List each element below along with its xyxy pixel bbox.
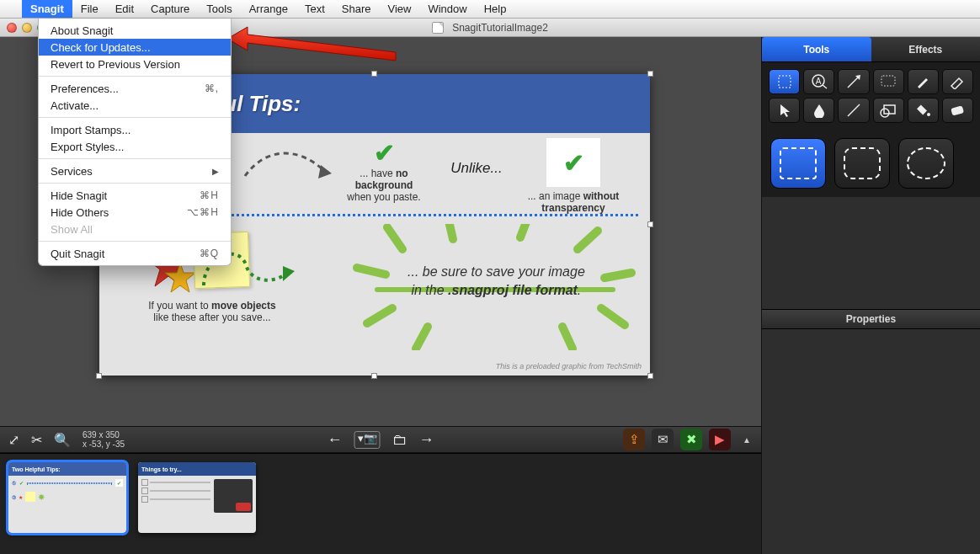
menu-label: Services [51, 165, 93, 178]
menu-preferences[interactable]: Preferences...⌘, [39, 80, 231, 97]
menu-label: Import Stamps... [51, 124, 130, 136]
menu-shortcut: ⌘, [205, 83, 219, 94]
tab-effects[interactable]: Effects [871, 37, 981, 61]
tip1-text: when you paste. [333, 191, 434, 203]
prev-button[interactable]: ← [328, 431, 343, 449]
menubar-item-text[interactable]: Text [296, 0, 333, 18]
menu-label: Activate... [51, 99, 99, 112]
menu-export-styles[interactable]: Export Styles... [39, 138, 231, 155]
menu-label: Revert to Previous Version [51, 58, 180, 71]
svg-line-14 [601, 308, 625, 325]
thumbnail-title: Two Helpful Tips: [8, 462, 126, 476]
document-icon [432, 22, 444, 34]
tip2-text: like these after you save... [120, 312, 305, 323]
menu-shortcut: ⌥⌘H [187, 206, 219, 218]
svg-line-8 [520, 224, 529, 237]
svg-rect-16 [779, 76, 791, 88]
menubar-item-snagit[interactable]: Snagit [22, 0, 72, 18]
shape-preset-roundrect[interactable] [834, 138, 890, 189]
svg-marker-4 [283, 266, 295, 281]
menubar-item-help[interactable]: Help [476, 0, 515, 18]
svg-line-12 [416, 327, 428, 349]
next-button[interactable]: → [419, 431, 434, 449]
menubar-item-share[interactable]: Share [333, 0, 380, 18]
tool-line[interactable] [838, 98, 869, 123]
svg-rect-27 [951, 105, 965, 115]
share-mail-icon[interactable]: ✉ [652, 429, 674, 450]
canvas-footer-note: This is a preloaded graphic from TechSmi… [496, 362, 642, 370]
tip2-right-text: ... be sure to save your image in the .s… [407, 263, 585, 299]
menu-label: Export Styles... [51, 141, 124, 153]
tool-callout[interactable]: A [803, 69, 834, 94]
svg-point-26 [927, 113, 930, 116]
resize-tool-icon[interactable]: ⤢ [8, 432, 19, 448]
menu-label: Preferences... [51, 83, 119, 95]
menu-check-for-updates[interactable]: Check for Updates... [39, 39, 231, 56]
tool-fill[interactable] [908, 98, 939, 123]
menu-about-snagit[interactable]: About Snagit [39, 22, 231, 39]
svg-line-19 [848, 77, 858, 88]
shape-preset-row [762, 130, 980, 197]
tool-selection[interactable] [769, 69, 800, 94]
capture-button[interactable]: ▾📷 [354, 431, 381, 449]
menubar-item-view[interactable]: View [380, 0, 420, 18]
svg-text:A: A [815, 77, 821, 86]
tray-toggle-icon[interactable]: ▲ [743, 435, 751, 445]
svg-marker-22 [780, 104, 790, 117]
thumbnail-item[interactable]: Things to try... [138, 462, 256, 533]
tool-arrow[interactable] [838, 69, 869, 94]
submenu-arrow-icon: ▶ [212, 167, 219, 176]
unlike-text: Unlike... [450, 160, 502, 176]
menu-services[interactable]: Services▶ [39, 162, 231, 179]
svg-line-6 [387, 227, 402, 249]
properties-header[interactable]: Properties [762, 309, 980, 329]
menu-label: About Snagit [51, 24, 113, 37]
svg-line-23 [848, 104, 860, 116]
tool-highlighter[interactable] [942, 69, 973, 94]
share-screencast-icon[interactable]: ✖ [680, 429, 702, 450]
zoom-tool-icon[interactable]: 🔍 [54, 432, 71, 448]
tool-stamp[interactable] [873, 69, 904, 94]
shape-preset-ellipse[interactable] [898, 138, 954, 189]
menu-label: Hide Others [51, 206, 109, 219]
shape-preset-rect[interactable] [770, 138, 826, 189]
menubar-item-window[interactable]: Window [419, 0, 475, 18]
tool-shape[interactable] [873, 98, 904, 123]
menu-revert-previous[interactable]: Revert to Previous Version [39, 56, 231, 72]
mac-menubar: Snagit File Edit Capture Tools Arrange T… [0, 0, 980, 19]
menu-show-all: Show All [39, 221, 231, 237]
share-ftp-icon[interactable]: ⇪ [623, 429, 645, 450]
library-button[interactable]: 🗀 [392, 431, 407, 449]
menu-quit-snagit[interactable]: Quit Snagit⌘Q [39, 245, 231, 262]
menubar-item-tools[interactable]: Tools [198, 0, 240, 18]
menubar-item-capture[interactable]: Capture [142, 0, 198, 18]
tool-blur[interactable] [803, 98, 834, 123]
menubar-item-file[interactable]: File [72, 0, 107, 18]
svg-line-11 [367, 308, 392, 323]
menubar-item-arrange[interactable]: Arrange [241, 0, 296, 18]
window-title: SnagitTutorialImage2 [452, 22, 548, 34]
svg-line-10 [605, 273, 631, 278]
crop-tool-icon[interactable]: ✂ [31, 432, 42, 448]
menu-label: Quit Snagit [51, 248, 104, 260]
menu-import-stamps[interactable]: Import Stamps... [39, 121, 231, 138]
share-youtube-icon[interactable]: ▶ [709, 429, 731, 450]
thumbnail-title: Things to try... [138, 462, 256, 476]
menu-label: Check for Updates... [51, 41, 151, 54]
menu-hide-snagit[interactable]: Hide Snagit⌘H [39, 187, 231, 204]
tool-grid: A [762, 62, 980, 130]
menu-activate[interactable]: Activate... [39, 97, 231, 114]
checkmark-icon: ✔ [333, 138, 434, 168]
menu-label: Hide Snagit [51, 189, 107, 202]
svg-line-13 [562, 327, 573, 349]
tool-erase[interactable] [942, 98, 973, 123]
resize-handle[interactable] [371, 71, 377, 77]
tool-pen[interactable] [908, 69, 939, 94]
menubar-item-edit[interactable]: Edit [107, 0, 142, 18]
tip1-text: transparency [541, 202, 605, 214]
thumbnail-item[interactable]: Two Helpful Tips: ①✔✔ ②★✸ [8, 462, 126, 533]
menu-hide-others[interactable]: Hide Others⌥⌘H [39, 204, 231, 221]
resize-handle[interactable] [647, 71, 653, 77]
tool-cursor[interactable] [769, 98, 800, 123]
tab-tools[interactable]: Tools [762, 37, 871, 61]
